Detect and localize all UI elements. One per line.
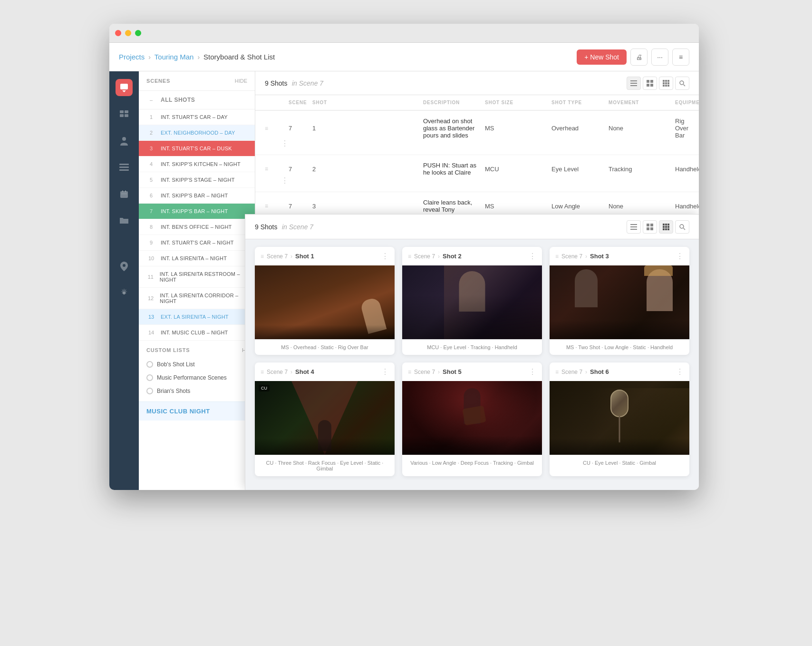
- drag-handle[interactable]: ≡: [265, 203, 289, 209]
- list-view-button[interactable]: ≡: [672, 49, 689, 66]
- svg-point-13: [123, 264, 126, 267]
- table-header: SCENE SHOT DESCRIPTION SHOT SIZE SHOT TY…: [255, 95, 699, 111]
- svg-rect-10: [122, 190, 123, 192]
- drag-handle[interactable]: ≡: [265, 125, 289, 132]
- svg-rect-46: [663, 228, 665, 230]
- sidebar-icon-storyboard[interactable]: [116, 106, 133, 123]
- svg-point-5: [122, 137, 126, 141]
- sidebar-icon-chat[interactable]: [116, 79, 133, 96]
- th-equipment: EQUIPMENT: [675, 100, 689, 105]
- breadcrumb-projects[interactable]: Projects: [119, 53, 145, 61]
- svg-rect-45: [667, 226, 669, 228]
- shot-card-6[interactable]: ≡ Scene 7 › Shot 6 ⋮: [550, 362, 689, 476]
- scenes-label: SCENES: [146, 78, 170, 84]
- sidebar-icon-folder[interactable]: [116, 212, 133, 229]
- scene-row-12[interactable]: 12 INT. LA SIRENITA CORRIDOR – NIGHT: [139, 288, 255, 309]
- print-button[interactable]: 🖨: [630, 49, 648, 66]
- scene-row-6[interactable]: 6 INT. SKIPP'S BAR – NIGHT: [139, 188, 255, 204]
- scene-row-3[interactable]: 3 INT. STUART'S CAR – DUSK: [139, 141, 255, 157]
- custom-list-brians[interactable]: Brian's Shots: [146, 384, 247, 398]
- more-options-button[interactable]: ···: [651, 49, 668, 66]
- search-button[interactable]: [675, 77, 689, 90]
- drag-handle[interactable]: ≡: [265, 166, 289, 172]
- shot-card-4[interactable]: ≡ Scene 7 › Shot 4 ⋮ CU: [255, 362, 395, 476]
- shot-caption: Various · Low Angle · Deep Focus · Track…: [402, 455, 542, 470]
- overlay-view-controls: [627, 220, 689, 234]
- main-window: Projects › Touring Man › Storyboard & Sh…: [109, 24, 699, 490]
- card-menu-button[interactable]: ⋮: [676, 252, 684, 261]
- minimize-dot[interactable]: [125, 30, 131, 36]
- shot-card-header: ≡ Scene 7 › Shot 6 ⋮: [550, 362, 689, 381]
- table-view-button[interactable]: [627, 77, 641, 90]
- shot-grid: ≡ Scene 7 › Shot 1 ⋮ MS · O: [255, 239, 699, 484]
- sidebar-icon-calendar[interactable]: [116, 186, 133, 203]
- svg-rect-38: [647, 227, 649, 230]
- shot-card-1[interactable]: ≡ Scene 7 › Shot 1 ⋮ MS · O: [255, 247, 395, 355]
- card-menu-button[interactable]: ⋮: [676, 367, 684, 376]
- scene-row-14[interactable]: 14 INT. MUSIC CLUB – NIGHT: [139, 325, 255, 341]
- scene-row-10[interactable]: 10 INT. LA SIRENITA – NIGHT: [139, 251, 255, 266]
- custom-list-bobs[interactable]: Bob's Shot List: [146, 358, 247, 371]
- svg-rect-37: [650, 224, 653, 226]
- breadcrumb-project[interactable]: Touring Man: [155, 53, 194, 61]
- shot-card-3[interactable]: ≡ Scene 7 › Shot 3 ⋮: [550, 247, 689, 355]
- sidebar-icon-person[interactable]: [116, 132, 133, 149]
- scene-row-2[interactable]: 2 EXT. NEIGHBORHOOD – DAY: [139, 125, 255, 141]
- svg-point-31: [680, 81, 684, 85]
- sidebar-icon-settings[interactable]: [116, 284, 133, 302]
- overlay-grid-small[interactable]: [643, 220, 657, 234]
- overlay-table-view[interactable]: [627, 220, 641, 234]
- svg-rect-25: [663, 82, 665, 84]
- shot-card-5[interactable]: ≡ Scene 7 › Shot 5 ⋮: [402, 362, 542, 476]
- overlay-header: 9 Shots in Scene 7: [255, 215, 699, 239]
- card-menu-button[interactable]: ⋮: [381, 252, 389, 261]
- custom-list-music[interactable]: Music Performance Scenes: [146, 371, 247, 384]
- scene-row-5[interactable]: 5 INT. SKIPP'S STAGE – NIGHT: [139, 172, 255, 188]
- scene-row-4[interactable]: 4 INT. SKIPP'S KITCHEN – NIGHT: [139, 157, 255, 172]
- th-shot: SHOT: [312, 100, 423, 105]
- svg-rect-18: [647, 80, 649, 83]
- maximize-dot[interactable]: [135, 30, 141, 36]
- table-row[interactable]: ≡ 7 2 PUSH IN: Stuart as he looks at Cla…: [255, 155, 699, 192]
- svg-point-49: [680, 225, 684, 228]
- close-dot[interactable]: [115, 30, 121, 36]
- scene-row-11[interactable]: 11 INT. LA SIRENITA RESTROOM – NIGHT: [139, 266, 255, 288]
- scene-row-8[interactable]: 8 INT. BEN'S OFFICE – NIGHT: [139, 219, 255, 235]
- app-header: Projects › Touring Man › Storyboard & Sh…: [109, 43, 699, 71]
- card-menu-button[interactable]: ⋮: [529, 252, 536, 261]
- svg-rect-23: [665, 80, 667, 82]
- all-shots-row[interactable]: – ALL SHOTS: [139, 91, 255, 109]
- scene-row-1[interactable]: 1 INT. STUART'S CAR – DAY: [139, 109, 255, 125]
- overlay-search[interactable]: [675, 220, 689, 234]
- custom-list-icon-brians: [146, 388, 153, 394]
- custom-lists-header: CUSTOM LISTS HI: [146, 347, 247, 353]
- custom-list-music-label: Music Performance Scenes: [157, 374, 227, 381]
- row-more-button[interactable]: ⋮: [265, 139, 289, 148]
- custom-list-bobs-label: Bob's Shot List: [157, 361, 195, 368]
- card-menu-button[interactable]: ⋮: [381, 367, 389, 376]
- new-shot-button[interactable]: + New Shot: [577, 49, 627, 65]
- svg-rect-0: [120, 84, 128, 89]
- sidebar-icon-location[interactable]: [116, 258, 133, 275]
- grid-view-large-button[interactable]: [659, 77, 673, 90]
- svg-rect-3: [120, 114, 124, 117]
- shot-card-header: ≡ Scene 7 › Shot 3 ⋮: [550, 247, 689, 265]
- svg-line-50: [684, 228, 686, 230]
- row-more-button[interactable]: ⋮: [265, 176, 289, 185]
- card-menu-button[interactable]: ⋮: [529, 367, 536, 376]
- overlay-grid-large[interactable]: [659, 220, 673, 234]
- svg-rect-21: [650, 84, 653, 87]
- svg-rect-1: [120, 110, 124, 113]
- svg-rect-6: [119, 164, 129, 165]
- table-row[interactable]: ≡ 7 1 Overhead on shot glass as Bartende…: [255, 111, 699, 155]
- scene-row-9[interactable]: 9 INT. STUART'S CAR – NIGHT: [139, 235, 255, 251]
- svg-rect-42: [667, 224, 669, 225]
- svg-rect-17: [630, 85, 637, 86]
- sidebar-icon-list[interactable]: [116, 159, 133, 176]
- scene-row-7[interactable]: 7 INT. SKIPP'S BAR – NIGHT: [139, 204, 255, 219]
- grid-view-small-button[interactable]: [643, 77, 657, 90]
- th-scene: SCENE: [289, 100, 312, 105]
- shot-card-2[interactable]: ≡ Scene 7 › Shot 2 ⋮ MCU ·: [402, 247, 542, 355]
- scene-row-13[interactable]: 13 EXT. LA SIRENITA – NIGHT: [139, 309, 255, 325]
- hide-scenes-button[interactable]: HIDE: [235, 78, 247, 84]
